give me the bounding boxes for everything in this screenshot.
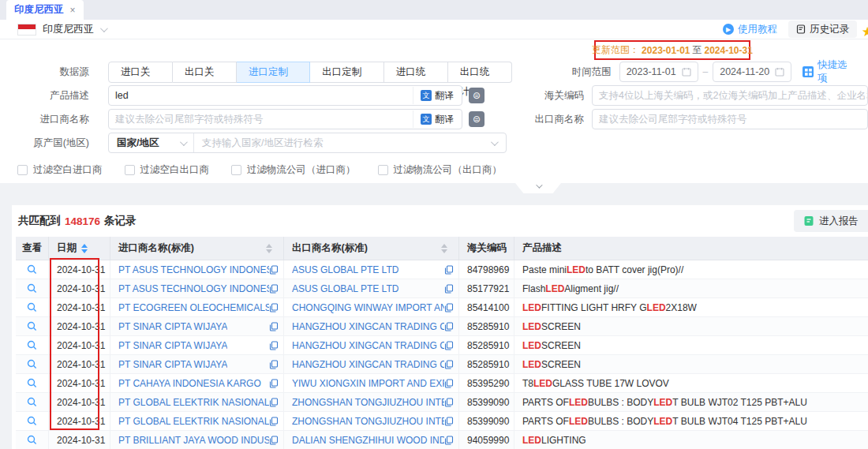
favorite-star-icon[interactable]: ★ — [862, 24, 868, 40]
importer-link[interactable]: PT SINAR CIPTA WIJAYA — [118, 321, 227, 332]
exporter-link[interactable]: YIWU XIONGXIN IMPORT AND EXPORT... — [292, 378, 444, 389]
copy-icon[interactable] — [269, 341, 279, 350]
copy-icon[interactable] — [269, 417, 279, 426]
view-record-button[interactable] — [16, 412, 49, 430]
enter-report-button[interactable]: 进入报告 — [794, 210, 868, 232]
tab-import-declaration[interactable]: 进口关单 — [108, 62, 173, 83]
keyword-highlight: LED — [545, 283, 564, 294]
view-record-button[interactable] — [16, 336, 49, 354]
importer-link[interactable]: PT SINAR CIPTA WIJAYA — [118, 340, 227, 351]
view-record-button[interactable] — [16, 374, 49, 392]
view-record-button[interactable] — [16, 393, 49, 411]
desc-text: PARTS OF — [522, 416, 569, 427]
copy-icon[interactable] — [444, 417, 454, 426]
copy-icon[interactable] — [269, 322, 279, 331]
desc-text: BULBS : BODY — [588, 416, 653, 427]
copy-icon[interactable] — [269, 265, 279, 275]
exporter-link[interactable]: DALIAN SHENGZHIHUI WOOD INDUST... — [292, 435, 444, 446]
desc-text: FITTING LIGHT HRFY G — [541, 302, 647, 313]
copy-icon[interactable] — [269, 303, 279, 312]
desc-text: T BULB WJT04 T125 PBT+ALU — [672, 416, 807, 427]
copy-icon[interactable] — [444, 284, 454, 294]
view-record-button[interactable] — [16, 298, 49, 316]
sort-icon[interactable] — [441, 244, 447, 253]
importer-link[interactable]: PT ASUS TECHNOLOGY INDONESIA BA... — [118, 283, 269, 294]
copy-icon[interactable] — [444, 341, 454, 350]
hs-code-input[interactable]: 支持4位以上海关编码，或2位海关编码加上产品描述、企业名称的任意信息 — [592, 85, 868, 106]
copy-icon[interactable] — [269, 360, 279, 369]
exporter-link[interactable]: HANGZHOU XINGCAN TRADING CO LTD — [292, 321, 444, 332]
exporter-link[interactable]: CHONGQING WINWAY IMPORT AND E... — [292, 302, 444, 313]
filter-logistics-importer-checkbox[interactable]: 过滤物流公司（进口商） — [231, 163, 356, 177]
importer-link[interactable]: PT ECOGREEN OLEOCHEMICALS — [118, 302, 269, 313]
view-record-button[interactable] — [16, 355, 49, 373]
country-selector[interactable]: 印度尼西亚 — [17, 22, 106, 36]
collapse-form-handle[interactable] — [515, 183, 561, 193]
importer-link[interactable]: PT SINAR CIPTA WIJAYA — [118, 359, 227, 370]
sort-icon[interactable] — [81, 244, 88, 253]
exporter-link[interactable]: HANGZHOU XINGCAN TRADING CO LTD — [292, 340, 444, 351]
match-mode-icon[interactable]: ⊜ — [469, 88, 485, 103]
importer-input[interactable]: 建议去除公司尾部字符或特殊符号 文 翻译 — [108, 109, 462, 129]
header-exporter[interactable]: 出口商名称(标准) — [284, 237, 459, 260]
date-from-input[interactable]: 2023-11-01 — [619, 62, 698, 82]
copy-icon[interactable] — [269, 284, 279, 294]
hs-code-cell: 94059990 — [459, 431, 514, 449]
exporter-link[interactable]: ZHONGSHAN TONGJIUZHOU INTERNA... — [292, 416, 444, 427]
filter-blank-importer-checkbox[interactable]: 过滤空白进口商 — [17, 163, 103, 177]
copy-icon[interactable] — [444, 398, 454, 407]
filter-logistics-exporter-checkbox[interactable]: 过滤物流公司（出口商） — [378, 163, 503, 177]
tab-export-declaration[interactable]: 出口关单 — [173, 62, 237, 83]
hs-code-cell: 85395290 — [459, 374, 514, 392]
view-magnifier-icon — [27, 283, 37, 294]
tab-import-stats[interactable]: 进口统计 — [384, 62, 448, 83]
importer-link[interactable]: PT ASUS TECHNOLOGY INDONESIA BA... — [118, 264, 269, 275]
exporter-cell: HANGZHOU XINGCAN TRADING CO LTD — [284, 355, 459, 373]
importer-link[interactable]: PT CAHAYA INDONESIA KARGO — [118, 378, 261, 389]
exporter-link[interactable]: ASUS GLOBAL PTE LTD — [292, 283, 398, 294]
header-date[interactable]: 日期 — [49, 237, 110, 260]
exporter-link[interactable]: HANGZHOU XINGCAN TRADING CO LTD — [292, 359, 444, 370]
date-cell: 2024-10-31 — [49, 336, 110, 354]
country-tab[interactable]: 印度尼西亚 × — [6, 0, 84, 20]
copy-icon[interactable] — [444, 265, 454, 275]
importer-link[interactable]: PT GLOBAL ELEKTRIK NASIONAL — [118, 397, 269, 408]
copy-icon[interactable] — [269, 398, 279, 407]
history-button[interactable]: 历史记录 — [788, 21, 857, 38]
header-importer[interactable]: 进口商名称(标准) — [110, 237, 284, 260]
tab-export-stats[interactable]: 出口统计 — [448, 62, 512, 83]
exporter-input[interactable]: 建议去除公司尾部字符或特殊符号 — [592, 109, 868, 129]
tutorial-button[interactable]: ▶ 使用教程 — [723, 23, 777, 36]
copy-icon[interactable] — [444, 322, 454, 331]
sort-icon[interactable] — [266, 244, 272, 253]
exporter-link[interactable]: ZHONGSHAN TONGJIUZHOU INTERNA... — [292, 397, 444, 408]
date-to-input[interactable]: 2024-11-20 — [713, 62, 791, 82]
tab-import-custom[interactable]: 进口定制版 — [237, 62, 310, 83]
exporter-cell: YIWU XIONGXIN IMPORT AND EXPORT... — [284, 374, 459, 392]
quick-options-button[interactable]: 快捷选项 — [803, 58, 857, 85]
copy-icon[interactable] — [269, 436, 279, 445]
copy-icon[interactable] — [444, 360, 454, 369]
keyword-highlight: LED — [522, 435, 541, 446]
copy-icon[interactable] — [444, 436, 454, 445]
translate-button[interactable]: 文 翻译 — [413, 87, 461, 104]
copy-icon[interactable] — [444, 379, 454, 388]
origin-country-input[interactable]: 国家/地区 支持输入国家/地区进行检索 — [108, 133, 507, 153]
match-mode-icon[interactable]: ⊜ — [469, 111, 485, 127]
importer-link[interactable]: PT GLOBAL ELEKTRIK NASIONAL — [118, 416, 269, 427]
view-record-button[interactable] — [16, 279, 49, 297]
filter-blank-exporter-checkbox[interactable]: 过滤空白出口商 — [125, 163, 210, 177]
tab-export-custom[interactable]: 出口定制版 — [310, 62, 383, 83]
copy-icon[interactable] — [269, 379, 279, 388]
view-record-button[interactable] — [16, 431, 49, 449]
view-record-button[interactable] — [16, 260, 49, 279]
product-desc-input[interactable]: led 文 翻译 — [108, 85, 462, 106]
view-magnifier-icon — [27, 359, 37, 369]
origin-country-select[interactable]: 国家/地区 — [109, 133, 194, 152]
copy-icon[interactable] — [444, 303, 454, 312]
importer-link[interactable]: PT BRILLIANT JAYA WOOD INDUSTRY — [118, 435, 269, 446]
view-record-button[interactable] — [16, 317, 49, 335]
translate-button[interactable]: 文 翻译 — [413, 110, 461, 128]
close-tab-icon[interactable]: × — [70, 5, 76, 16]
exporter-link[interactable]: ASUS GLOBAL PTE LTD — [292, 264, 398, 275]
